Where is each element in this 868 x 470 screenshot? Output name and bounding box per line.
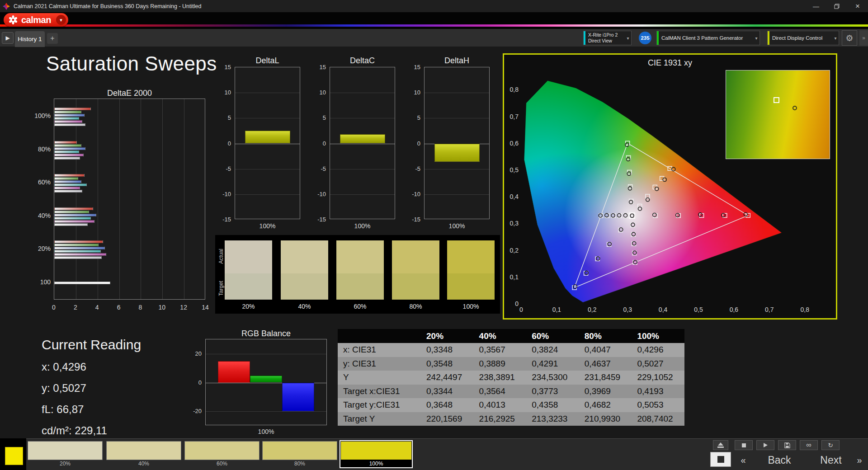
pattern-window-button[interactable] [710,452,731,467]
table-value: 0,3824 [526,343,579,357]
reading-y: y: 0,5027 [42,382,141,395]
minimize-button[interactable]: — [806,0,826,12]
deltaC-chart[interactable]: DeltaC 100% 151050-5-10-15 [303,56,400,232]
continuous-measure-button[interactable]: ∞ [800,440,818,450]
measurement-table: 20% 40% 60% 80% 100% x: CIE31 0,3348 0,3… [338,329,684,426]
bottom-swatch-80[interactable]: 80% [262,441,337,467]
pattern-window-icon [717,456,724,463]
bar [340,134,385,143]
repeat-button[interactable]: ↻ [821,440,840,450]
close-button[interactable]: × [847,0,868,12]
chevron-down-icon: ▾ [832,36,839,41]
cie-1931-chart[interactable]: CIE 1931 xy [503,53,837,320]
actual-swatch [281,240,328,273]
logo-caret-icon: ▾ [56,15,66,25]
x-axis-label: 100% [235,222,300,230]
settings-button[interactable]: ⚙ [842,30,857,46]
deltaH-chart[interactable]: DeltaH 100% 151050-5-10-15 [397,56,495,232]
gridline [76,99,76,299]
deltae-bar [54,141,77,144]
y-tick-label: -15 [303,216,326,223]
play-button[interactable] [756,440,774,450]
gridline [235,169,300,169]
x-tick-label: 2 [69,304,82,311]
bottom-swatch-40[interactable]: 40% [106,441,181,467]
bottom-swatch-60[interactable]: 60% [184,441,259,467]
row-label: y: CIE31 [338,357,421,371]
y-tick-label: -15 [208,216,231,223]
bottom-swatch-100[interactable]: 100% [340,441,412,467]
logo-text: calman [21,15,53,25]
column-header: 40% [474,329,527,343]
chevrons-right-icon: » [857,455,862,465]
page-title: Saturation Sweeps [46,52,217,75]
rgb-balance-chart[interactable]: RGB Balance 100% 200-20 [179,329,328,437]
add-tab-button[interactable]: + [47,33,58,44]
y-tick-label: 0,6 [505,140,519,147]
table-value: 216,2925 [474,412,527,426]
pattern-source-dropdown[interactable]: CalMAN Client 3 Pattern Generator ▾ [656,31,760,45]
swatch-label: 60% [336,303,384,310]
save-button[interactable] [778,440,796,450]
y-tick-label: 0 [179,379,202,386]
gridline [235,93,300,93]
tab-history-1[interactable]: History 1 [15,31,45,47]
target-swatch [447,273,495,300]
deltae-bar [54,177,78,180]
deltaL-chart[interactable]: DeltaL 100% 151050-5-10-15 [208,56,305,232]
x-tick-label: 0,3 [621,306,634,314]
y-tick-label: 20 [179,350,202,357]
table-value: 0,4013 [474,398,527,412]
page-back-chevron-button[interactable]: « [735,453,752,468]
current-reading-heading: Current Reading [42,337,141,352]
swatch-column: 100% [447,240,495,310]
x-tick-label: 8 [133,304,147,311]
y-tick-label: 0,8 [505,86,519,94]
page-next-chevron-button[interactable]: » [854,453,865,468]
plot-area [54,99,205,300]
deltae2000-chart[interactable]: DeltaE 2000 02468101214100%80%60%40%20%1… [27,89,217,315]
gridline [330,169,395,169]
y-tick-label: 100% [27,112,51,120]
meter-count-badge[interactable]: 235 [639,32,651,44]
stop-button[interactable] [735,440,753,450]
table-value: 0,5027 [632,357,684,371]
table-value: 0,5053 [632,398,684,412]
deltae-bar [54,256,102,259]
pattern-swatch-label: 100% [340,460,412,467]
gridline [141,99,141,299]
eject-button[interactable] [713,440,728,450]
table-value: 0,3969 [579,385,632,399]
chevrons-left-icon: « [741,455,745,465]
maximize-button[interactable] [826,0,847,12]
minimize-icon: — [813,3,819,10]
chart-title: DeltaL [235,56,300,66]
meter-dropdown[interactable]: X-Rite i1Pro 2 Direct View ▾ [583,31,632,45]
x-tick-label: 0,5 [692,306,705,314]
actual-target-swatch-panel: Actual Target 20% 40% 60% 80% 100% [215,235,500,314]
next-button[interactable]: Next [809,453,853,468]
y-tick-label: 0 [208,140,231,147]
chevron-down-icon: ▾ [753,36,760,41]
deltae-bar [54,180,81,183]
eject-icon-bar [717,446,724,448]
deltae-bar [54,154,84,156]
panel-expand-button[interactable]: » [859,30,868,46]
back-button[interactable]: Back [754,453,805,468]
gridline [206,411,326,412]
gridline [425,169,489,169]
gridline [162,99,163,299]
deltae-bar [54,211,89,213]
calman-logo-menu[interactable]: calman ▾ [4,13,68,27]
restore-icon [834,4,840,9]
bar [282,383,314,412]
table-value: 213,3233 [526,412,579,426]
table-value: 0,4296 [632,343,684,357]
target-row-label: Target [218,275,224,302]
history-panel-toggle-button[interactable]: ▶ [2,32,14,44]
deltae-bar [54,282,110,284]
bottom-swatch-20[interactable]: 20% [28,441,103,467]
display-control-dropdown[interactable]: Direct Display Control ▾ [767,31,839,45]
table-value: 229,1052 [632,371,684,385]
chart-title: CIE 1931 xy [504,58,836,68]
